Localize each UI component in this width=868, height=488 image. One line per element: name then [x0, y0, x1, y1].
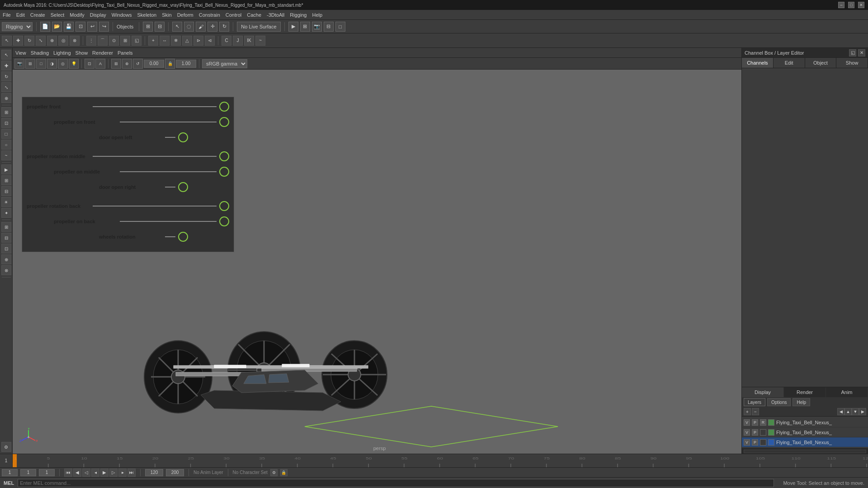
ctrl-line-3b[interactable] [120, 221, 217, 222]
maximize-button[interactable]: □ [848, 2, 854, 8]
anim1-left[interactable]: ⊞ [1, 222, 11, 232]
layer-prev-btn[interactable]: ◀ [837, 408, 844, 415]
menu-deform[interactable]: Deform [177, 12, 193, 18]
lasso-tool[interactable]: ◌ [184, 22, 194, 32]
layer-next-btn[interactable]: ▶ [859, 408, 866, 415]
snap-grid[interactable]: ⋮ [86, 36, 96, 46]
layer-row-1[interactable]: V P R Flying_Taxi_Bell_Nexus_ [742, 418, 868, 427]
vp-menu-panels[interactable]: Panels [118, 50, 133, 56]
layer-down-btn[interactable]: ▼ [852, 408, 859, 415]
rotate-tool-left[interactable]: ↻ [1, 71, 11, 81]
del-layer-btn[interactable]: − [752, 408, 759, 415]
scale-btn[interactable]: ⤡ [36, 36, 46, 46]
soft-left[interactable]: ⊡ [1, 118, 11, 128]
paint-left[interactable]: ⊞ [1, 107, 11, 117]
menu-modify[interactable]: Modify [70, 12, 84, 18]
timeline-track[interactable]: 1 5 10 15 20 25 30 35 40 45 50 55 60 [13, 454, 868, 467]
vp-xray-btn[interactable]: ◎ [58, 59, 68, 69]
light-left[interactable]: ☀ [1, 197, 11, 207]
play-fwd-btn[interactable]: ▶ [100, 469, 108, 477]
camera-left[interactable]: ⊟ [1, 186, 11, 196]
ctrl-line-1[interactable] [93, 106, 217, 107]
live-surface-button[interactable]: No Live Surface [237, 22, 280, 32]
go-start-btn[interactable]: ⏮ [64, 469, 72, 477]
render-left[interactable]: ▶ [1, 164, 11, 174]
move-btn[interactable]: ✚ [13, 36, 23, 46]
vp-value2[interactable] [176, 60, 196, 68]
anim2-left[interactable]: ⊟ [1, 233, 11, 243]
scale-tool-left[interactable]: ⤡ [1, 82, 11, 92]
ctrl-circle-3c[interactable] [178, 232, 188, 242]
range-end-field[interactable] [166, 469, 184, 476]
layout-btn[interactable]: ⊟ [324, 22, 334, 32]
ctrl-line-3[interactable] [93, 206, 217, 206]
snap-curve[interactable]: ⌒ [98, 36, 108, 46]
viewport-btn[interactable]: □ [335, 22, 345, 32]
vp-refresh-btn[interactable]: ↺ [133, 59, 143, 69]
vp-light-btn[interactable]: 💡 [69, 59, 79, 69]
select-btn[interactable]: ↖ [2, 36, 12, 46]
attr-btn[interactable]: ⊳ [193, 36, 203, 46]
open-file-button[interactable]: 📂 [52, 22, 62, 32]
settings-left[interactable]: ⚙ [1, 442, 11, 452]
char-set-btn[interactable]: ⚙ [270, 469, 278, 476]
layer-v1[interactable]: V [744, 419, 750, 426]
tab-render[interactable]: Render [784, 387, 826, 397]
ctrl-circle-3b[interactable] [219, 216, 229, 226]
tab-object[interactable]: Object [805, 58, 837, 68]
gamma-select[interactable]: sRGB gamma [202, 59, 247, 68]
ctrl-line-1c[interactable] [165, 137, 175, 138]
render-btn2[interactable]: ⊞ [300, 22, 310, 32]
prev-key-btn[interactable]: ◁ [82, 469, 90, 477]
vp-snap-btn[interactable]: ⊞ [111, 59, 121, 69]
cluster-btn[interactable]: C [222, 36, 231, 46]
ctrl-line-1b[interactable] [120, 122, 217, 122]
snap2-button[interactable]: ⊟ [155, 22, 165, 32]
layer-v2[interactable]: V [744, 429, 750, 436]
render-btn[interactable]: ▶ [288, 22, 298, 32]
vp-cam-btn[interactable]: 📷 [14, 59, 24, 69]
ctrl-circle-1[interactable] [219, 102, 229, 112]
menu-skeleton[interactable]: Skeleton [137, 12, 156, 18]
snap-live[interactable]: ◱ [132, 36, 142, 46]
tab-channels[interactable]: Channels [742, 58, 774, 68]
soft-select-btn[interactable]: ◎ [58, 36, 68, 46]
vp-menu-lighting[interactable]: Lighting [53, 50, 71, 56]
ctrl-circle-1c[interactable] [178, 132, 188, 142]
frame-start-field[interactable] [20, 469, 36, 476]
universal-btn[interactable]: ⊕ [47, 36, 57, 46]
attr2-btn[interactable]: ⊲ [205, 36, 215, 46]
layer-r1[interactable]: R [760, 419, 766, 426]
snap-button[interactable]: ⊞ [143, 22, 153, 32]
save-scene-button[interactable]: ⊡ [75, 22, 85, 32]
rot-tool[interactable]: ↻ [219, 22, 229, 32]
layer-r2[interactable] [760, 429, 766, 436]
ctrl-circle-3[interactable] [219, 201, 229, 211]
paint-tool[interactable]: 🖌 [196, 22, 206, 32]
layer-p1[interactable]: P [752, 419, 758, 426]
ctrl-line-2[interactable] [93, 156, 217, 157]
vp-wire-btn[interactable]: □ [36, 59, 46, 69]
part-left[interactable]: ✦ [1, 208, 11, 218]
menu-3dtoall[interactable]: -3DtoAll [267, 12, 284, 18]
viewport[interactable]: View Shading Lighting Show Renderer Pane… [13, 48, 741, 454]
rotate-btn[interactable]: ↻ [24, 36, 34, 46]
ctrl-circle-1b[interactable] [219, 117, 229, 127]
skin-btn[interactable]: △ [182, 36, 192, 46]
redo-button[interactable]: ↪ [99, 22, 109, 32]
mel-input[interactable] [18, 479, 774, 487]
vp-res-btn[interactable]: ⊡ [85, 59, 94, 69]
ctrl-circle-2[interactable] [219, 151, 229, 161]
cloth-btn[interactable]: ~ [255, 36, 265, 46]
next-frame-btn[interactable]: ▸ [118, 469, 127, 477]
layer-row-3[interactable]: V P Flying_Taxi_Bell_Nexus_ [742, 437, 868, 447]
menu-create[interactable]: Create [30, 12, 45, 18]
ctrl-line-3c[interactable] [165, 236, 175, 237]
undo-button[interactable]: ↩ [87, 22, 97, 32]
subtab-options[interactable]: Options [767, 398, 791, 406]
universal-left[interactable]: ⊕ [1, 93, 11, 103]
layer-up-btn[interactable]: ▲ [844, 408, 852, 415]
layer-r3[interactable] [760, 439, 766, 446]
save-file-button[interactable]: 💾 [64, 22, 74, 32]
ctrl-line-2b[interactable] [120, 171, 217, 172]
